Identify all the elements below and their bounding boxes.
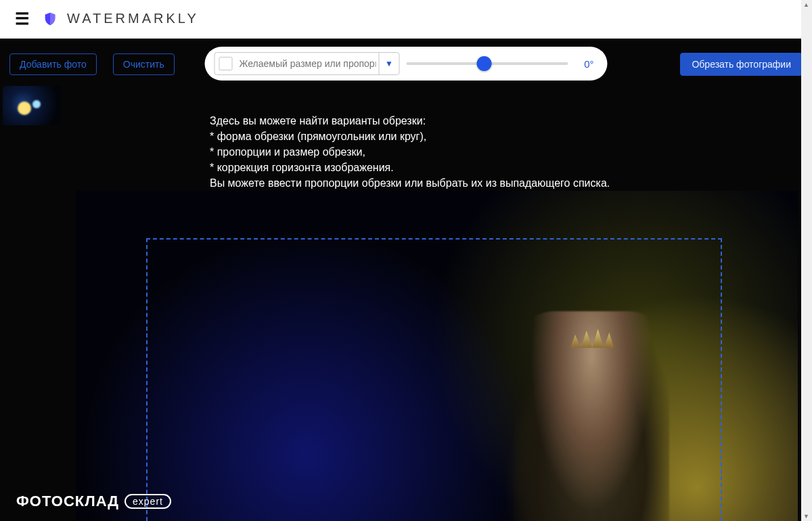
page-scrollbar[interactable] xyxy=(801,0,812,521)
rotation-readout: 0° xyxy=(575,58,594,70)
image-canvas[interactable] xyxy=(76,191,798,521)
source-watermark: ФОТОСКЛАД expert xyxy=(16,493,171,510)
add-photo-button[interactable]: Добавить фото xyxy=(9,53,97,75)
help-line: Вы можете ввести пропорции обрезки или в… xyxy=(210,175,629,191)
crop-size-field: ▼ xyxy=(215,52,400,75)
thumbnail-item[interactable] xyxy=(3,86,61,125)
crop-frame[interactable] xyxy=(146,238,722,521)
app-logo[interactable]: WATERMARKLY xyxy=(43,11,199,26)
workspace: Добавить фото Очистить Обрезать фотограф… xyxy=(0,39,812,521)
help-line: * форма обрезки (прямоугольник или круг)… xyxy=(210,129,629,144)
help-line: * коррекция горизонта изображения. xyxy=(210,160,629,175)
menu-hamburger-icon[interactable]: ☰ xyxy=(15,11,29,27)
watermark-brand: ФОТОСКЛАД xyxy=(16,493,119,510)
crop-size-dropdown-icon[interactable]: ▼ xyxy=(379,53,399,74)
crop-size-input[interactable] xyxy=(237,53,379,74)
app-header: ☰ WATERMARKLY xyxy=(0,0,812,39)
crop-help-tooltip: Здесь вы можете найти варианты обрезки: … xyxy=(210,113,629,191)
help-line: * пропорции и размер обрезки, xyxy=(210,144,629,160)
rotation-slider-thumb[interactable] xyxy=(476,56,491,71)
shield-icon xyxy=(43,12,58,26)
help-line: Здесь вы можете найти варианты обрезки: xyxy=(210,113,629,129)
thumbnail-strip xyxy=(3,86,61,125)
app-title: WATERMARKLY xyxy=(67,11,199,26)
clear-button[interactable]: Очистить xyxy=(113,53,175,75)
crop-control-panel: ▼ 0° xyxy=(205,47,608,81)
watermark-badge: expert xyxy=(125,494,171,509)
rotation-slider[interactable] xyxy=(407,62,568,65)
keep-aspect-checkbox[interactable] xyxy=(219,57,233,70)
crop-photos-button[interactable]: Обрезать фотографии xyxy=(680,53,803,76)
